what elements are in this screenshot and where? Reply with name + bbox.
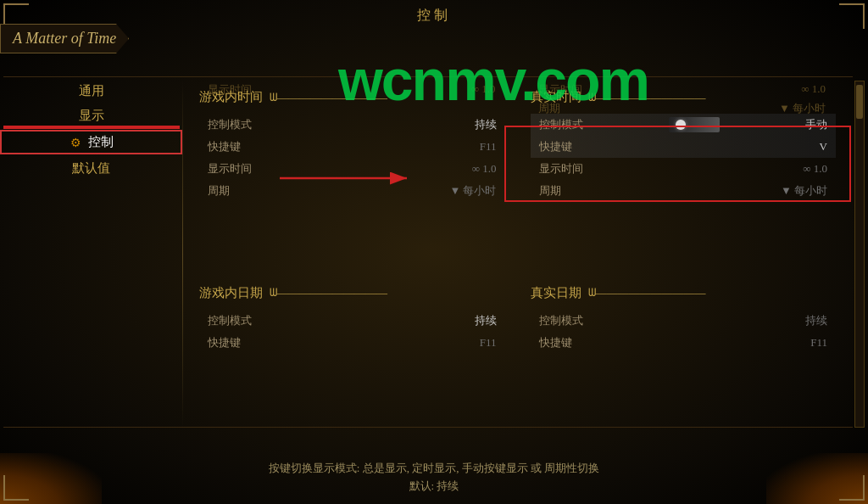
game-time-display-label: 显示时间 [208,161,252,176]
scrollbar[interactable] [854,81,865,428]
sidebar-active-border [3,126,180,129]
section-real-date-deco: ᗯ—————————— [588,286,706,300]
scrollbar-thumb[interactable] [856,85,863,119]
section-real-time-deco: ᗯ—————————— [588,91,706,104]
top-divider [3,76,853,77]
real-time-period-row[interactable]: 周期 ▼ 每小时 [531,180,837,202]
page-title: 控制 [417,7,451,25]
real-time-display-label: 显示时间 [539,161,583,176]
game-date-hotkey-row[interactable]: 快捷键 F11 [199,332,505,354]
sidebar-item-control[interactable]: ⚙ 控制 [0,130,182,154]
real-time-display-row[interactable]: 显示时间 ∞ 1.0 [531,158,837,180]
sidebar-item-general[interactable]: 通用 [0,81,182,102]
section-real-date-title: 真实日期 ᗯ—————————— [531,285,837,301]
game-date-control-mode-row[interactable]: 控制模式 持续 [199,310,505,332]
real-time-control-mode-label: 控制模式 [539,117,583,132]
footer: 按键切换显示模式: 总是显示, 定时显示, 手动按键显示 或 周期性切换 默认:… [0,460,868,496]
game-title: A Matter of Time [13,30,116,47]
sidebar-item-display[interactable]: 显示 [0,105,182,126]
game-time-period-value: ▼ 每小时 [449,183,496,199]
game-date-control-mode-value: 持续 [475,313,497,328]
section-game-time: 游戏内时间 ᗯ—————————— 控制模式 持续 快捷键 F11 显示时间 ∞… [199,89,505,268]
game-time-control-mode-label: 控制模式 [208,117,252,132]
game-title-box: A Matter of Time [0,24,129,53]
real-time-period-label: 周期 [539,183,561,199]
footer-line2: 默认: 持续 [0,478,868,496]
section-game-date-deco: ᗯ—————————— [270,286,387,300]
sidebar: 通用 显示 ⚙ 控制 默认值 [0,81,182,179]
real-date-hotkey-value: F11 [810,336,827,350]
real-date-control-mode-label: 控制模式 [539,313,583,328]
game-time-display-row[interactable]: 显示时间 ∞ 1.0 [199,158,505,180]
real-date-control-mode-row[interactable]: 控制模式 持续 [531,310,837,332]
real-time-display-value: ∞ 1.0 [803,162,827,176]
footer-line1: 按键切换显示模式: 总是显示, 定时显示, 手动按键显示 或 周期性切换 [0,460,868,478]
real-date-control-mode-value: 持续 [805,313,827,328]
corner-tr [839,3,865,29]
game-time-hotkey-label: 快捷键 [208,139,241,154]
game-time-control-mode-row[interactable]: 控制模式 持续 [199,114,505,136]
game-date-hotkey-label: 快捷键 [208,335,241,350]
sidebar-item-default[interactable]: 默认值 [0,158,182,179]
toggle-slider[interactable] [669,117,720,132]
section-real-time-title: 真实时间 ᗯ—————————— [531,89,837,105]
real-time-hotkey-value: V [820,140,827,154]
game-date-hotkey-value: F11 [480,336,497,350]
section-game-time-deco: ᗯ—————————— [270,91,387,104]
game-date-control-mode-label: 控制模式 [208,313,252,328]
game-time-hotkey-row[interactable]: 快捷键 F11 [199,136,505,158]
real-date-hotkey-label: 快捷键 [539,335,572,350]
game-time-hotkey-value: F11 [480,140,497,154]
toggle-dot [676,120,686,130]
real-date-hotkey-row[interactable]: 快捷键 F11 [531,332,837,354]
toggle-track[interactable] [669,117,720,132]
game-time-period-row[interactable]: 周期 ▼ 每小时 [199,180,505,202]
section-game-date-title: 游戏内日期 ᗯ—————————— [199,285,505,301]
section-game-time-title: 游戏内时间 ᗯ—————————— [199,89,505,105]
main-content: 游戏内时间 ᗯ—————————— 控制模式 持续 快捷键 F11 显示时间 ∞… [182,81,853,428]
section-real-time: 真实时间 ᗯ—————————— 控制模式 手动 快捷键 V 显示时间 ∞ 1.… [531,89,837,268]
game-time-display-value: ∞ 1.0 [472,162,497,176]
game-time-period-label: 周期 [208,183,230,199]
section-game-date: 游戏内日期 ᗯ—————————— 控制模式 持续 快捷键 F11 [199,285,505,420]
real-time-hotkey-label: 快捷键 [539,139,572,154]
real-time-period-value: ▼ 每小时 [781,183,827,199]
game-time-control-mode-value: 持续 [475,117,497,132]
gear-icon: ⚙ [70,136,83,149]
real-time-control-mode-row[interactable]: 控制模式 手动 [531,114,837,136]
real-time-hotkey-row[interactable]: 快捷键 V [531,136,837,158]
real-time-control-mode-value: 手动 [805,117,827,132]
section-real-date: 真实日期 ᗯ—————————— 控制模式 持续 快捷键 F11 [531,285,837,420]
